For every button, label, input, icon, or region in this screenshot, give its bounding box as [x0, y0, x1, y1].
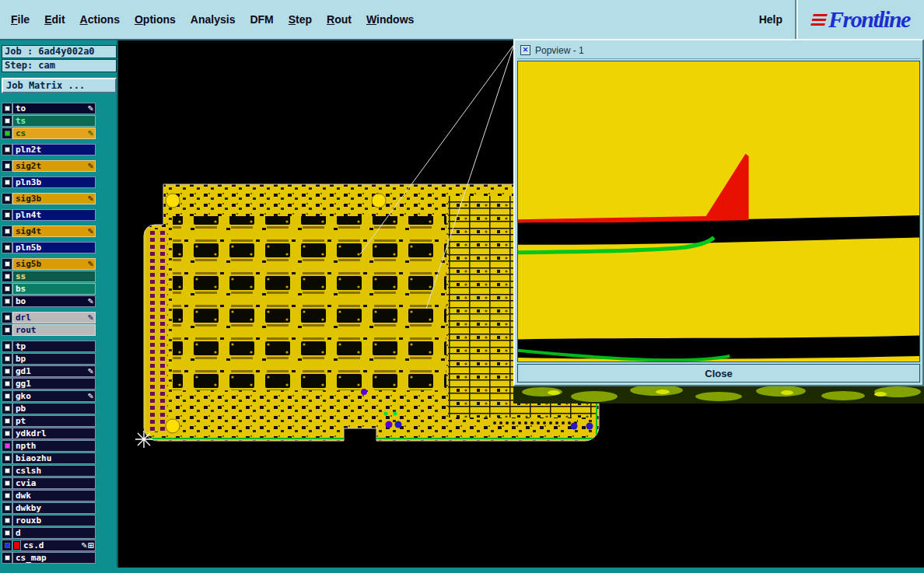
layer-name-label[interactable]: rout [12, 324, 96, 336]
layer-name-label[interactable]: npth [12, 440, 96, 452]
layer-checkbox[interactable] [2, 341, 12, 352]
layer-checkbox[interactable] [2, 324, 12, 336]
layer-name-label[interactable]: d [12, 527, 96, 539]
layer-name-label[interactable]: tp [12, 341, 96, 352]
layer-name-label[interactable]: to✎ [12, 103, 96, 114]
layer-name-label[interactable]: sig4t✎ [12, 225, 96, 237]
menu-item-help[interactable]: Help [759, 13, 782, 26]
menu-item-windows[interactable]: Windows [366, 13, 414, 26]
layer-name-label[interactable]: pln4t [12, 209, 96, 221]
layer-row-sig2t[interactable]: sig2t✎ [2, 160, 96, 172]
layer-row-dwk[interactable]: dwk [2, 490, 96, 501]
menu-item-options[interactable]: Options [135, 13, 176, 26]
pencil-icon[interactable]: ✎ [88, 313, 94, 323]
layer-checkbox[interactable] [2, 440, 12, 452]
layer-row-ss[interactable]: ss [2, 271, 96, 282]
pencil-icon[interactable]: ✎ [88, 194, 94, 204]
layer-checkbox[interactable] [2, 490, 12, 501]
layer-row-d[interactable]: d [2, 527, 96, 539]
layer-row-rout[interactable]: rout [2, 324, 96, 336]
layer-row-gd1[interactable]: gd1✎ [2, 365, 96, 377]
pencil-icon[interactable]: ✎ [88, 296, 94, 306]
pencil-icon[interactable]: ✎⊞ [81, 540, 94, 550]
layer-name-label[interactable]: cs.d✎⊞ [20, 540, 96, 551]
pencil-icon[interactable]: ✎ [88, 103, 94, 114]
popview-close-button[interactable]: Close [517, 364, 920, 383]
layer-checkbox[interactable] [2, 312, 12, 323]
pencil-icon[interactable]: ✎ [88, 128, 94, 138]
layer-name-label[interactable]: drl✎ [12, 312, 96, 323]
layer-row-sig5b[interactable]: sig5b✎ [2, 258, 96, 270]
menu-item-dfm[interactable]: DFM [250, 13, 273, 26]
layer-checkbox[interactable] [2, 415, 12, 427]
layer-checkbox[interactable] [2, 552, 12, 564]
layer-name-label[interactable]: gko✎ [12, 390, 96, 402]
layer-checkbox[interactable] [2, 353, 12, 365]
layer-name-label[interactable]: cvia [12, 477, 96, 489]
layer-row-pt[interactable]: pt [2, 415, 96, 427]
window-close-icon[interactable]: ✕ [520, 45, 530, 55]
layer-row-bo[interactable]: bo✎ [2, 295, 96, 307]
layer-row-rouxb[interactable]: rouxb [2, 515, 96, 526]
pencil-icon[interactable]: ✎ [88, 259, 94, 269]
layer-checkbox[interactable] [2, 378, 12, 390]
layer-checkbox[interactable] [2, 452, 12, 464]
menu-item-step[interactable]: Step [289, 13, 312, 26]
layer-row-biaozhu[interactable]: biaozhu [2, 452, 96, 464]
layer-row-pln2t[interactable]: pln2t [2, 144, 96, 155]
layer-name-label[interactable]: gg1 [12, 378, 96, 390]
layer-name-label[interactable]: cslsh [12, 465, 96, 477]
layer-row-ts[interactable]: ts [2, 115, 96, 127]
layer-row-npth[interactable]: npth [2, 440, 96, 452]
layer-row-sig3b[interactable]: sig3b✎ [2, 193, 96, 204]
layer-name-label[interactable]: rouxb [12, 515, 96, 526]
layer-name-label[interactable]: dwk [12, 490, 96, 501]
layer-row-ydkdrl[interactable]: ydkdrl [2, 428, 96, 439]
layer-name-label[interactable]: bs [12, 283, 96, 295]
layer-checkbox[interactable] [2, 225, 12, 237]
menu-item-file[interactable]: File [11, 13, 30, 26]
layer-row-dwkby[interactable]: dwkby [2, 502, 96, 514]
menu-item-analysis[interactable]: Analysis [191, 13, 236, 26]
layer-checkbox[interactable] [2, 390, 12, 402]
layer-row-cslsh[interactable]: cslsh [2, 465, 96, 477]
layer-checkbox[interactable] [2, 502, 12, 514]
layer-row-pb[interactable]: pb [2, 403, 96, 414]
pencil-icon[interactable]: ✎ [88, 161, 94, 171]
pencil-icon[interactable]: ✎ [88, 391, 94, 401]
layer-row-cs-d[interactable]: cs.d✎⊞ [2, 540, 96, 551]
layer-row-sig4t[interactable]: sig4t✎ [2, 225, 96, 237]
layer-checkbox[interactable] [2, 271, 12, 282]
layer-row-cs[interactable]: cs✎ [2, 128, 96, 139]
layer-checkbox[interactable] [2, 403, 12, 414]
layer-row-drl[interactable]: drl✎ [2, 312, 96, 323]
layer-name-label[interactable]: pb [12, 403, 96, 414]
layer-checkbox[interactable] [2, 160, 12, 172]
layer-checkbox[interactable] [2, 103, 12, 114]
layer-name-label[interactable]: biaozhu [12, 452, 96, 464]
layer-name-label[interactable]: sig5b✎ [12, 258, 96, 270]
layer-row-pln3b[interactable]: pln3b [2, 176, 96, 188]
layer-checkbox[interactable] [2, 428, 12, 439]
layer-checkbox[interactable] [2, 295, 12, 307]
layer-checkbox[interactable] [2, 258, 12, 270]
layer-row-cs-map[interactable]: cs_map [2, 552, 96, 564]
layer-row-bp[interactable]: bp [2, 353, 96, 365]
layer-name-label[interactable]: pln5b [12, 242, 96, 253]
layer-name-label[interactable]: pt [12, 415, 96, 427]
layer-name-label[interactable]: ydkdrl [12, 428, 96, 439]
layer-name-label[interactable]: gd1✎ [12, 365, 96, 377]
layer-name-label[interactable]: ss [12, 271, 96, 282]
layer-row-cvia[interactable]: cvia [2, 477, 96, 489]
layer-checkbox[interactable] [2, 193, 12, 204]
layer-name-label[interactable]: pln2t [12, 144, 96, 155]
layer-checkbox[interactable] [2, 515, 12, 526]
layer-checkbox[interactable] [2, 540, 12, 551]
layer-checkbox[interactable] [2, 365, 12, 377]
layer-checkbox[interactable] [2, 144, 12, 155]
layer-name-label[interactable]: bp [12, 353, 96, 365]
layer-row-tp[interactable]: tp [2, 341, 96, 352]
menu-item-actions[interactable]: Actions [80, 13, 120, 26]
layer-row-gko[interactable]: gko✎ [2, 390, 96, 402]
layer-name-label[interactable]: ts [12, 115, 96, 127]
